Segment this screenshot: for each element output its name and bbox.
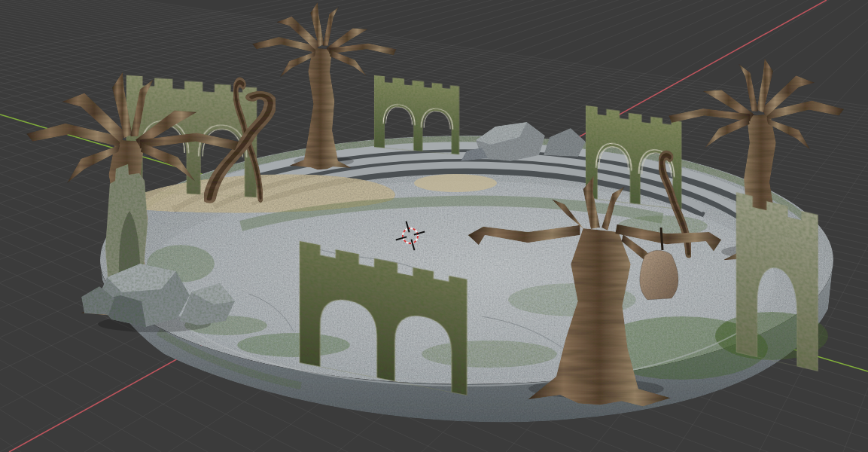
blender-3d-viewport[interactable] bbox=[0, 0, 868, 452]
viewport-canvas[interactable] bbox=[0, 0, 868, 452]
sand-patch-small bbox=[414, 174, 497, 192]
